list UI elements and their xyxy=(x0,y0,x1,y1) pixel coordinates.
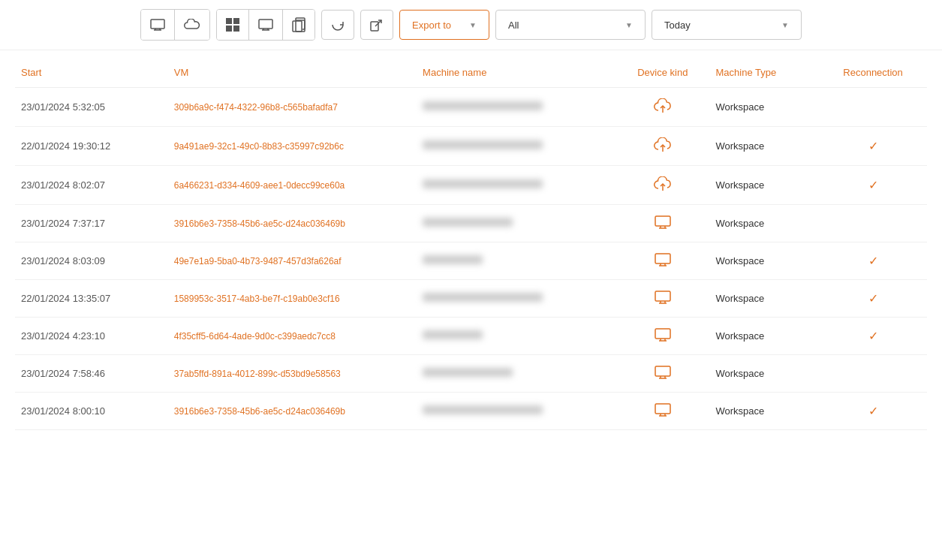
svg-rect-8 xyxy=(259,20,272,29)
cell-machine-type: Workspace xyxy=(709,280,819,318)
table-header-row: Start VM Machine name Device kind Machin… xyxy=(15,58,927,88)
cell-vm: 9a491ae9-32c1-49c0-8b83-c35997c92b6c xyxy=(168,127,417,166)
svg-rect-7 xyxy=(233,26,239,32)
check-icon: ✓ xyxy=(868,405,878,417)
cell-vm: 4f35cff5-6d64-4ade-9d0c-c399aedc7cc8 xyxy=(168,318,417,355)
cell-vm: 309b6a9c-f474-4322-96b8-c565bafadfa7 xyxy=(168,88,417,127)
svg-rect-23 xyxy=(655,254,670,263)
copy-btn[interactable] xyxy=(283,10,315,40)
cell-device-kind xyxy=(615,88,709,127)
svg-rect-27 xyxy=(655,291,670,301)
check-icon: ✓ xyxy=(868,179,878,191)
col-reconnection: Reconnection xyxy=(819,58,927,88)
cell-machine-name xyxy=(417,127,615,166)
col-machine-type: Machine Type xyxy=(709,58,819,88)
svg-rect-13 xyxy=(293,21,302,32)
col-vm: VM xyxy=(168,58,417,88)
cell-start: 23/01/2024 5:32:05 xyxy=(15,88,168,127)
share-btn[interactable] xyxy=(360,10,393,40)
svg-rect-5 xyxy=(233,18,239,24)
export-label: Export to xyxy=(412,20,451,31)
table-row: 23/01/2024 8:03:0949e7e1a9-5ba0-4b73-948… xyxy=(15,242,927,280)
cell-machine-name xyxy=(417,205,615,242)
cell-reconnection: ✓ xyxy=(819,242,927,280)
windows-btn[interactable] xyxy=(217,10,249,40)
cell-reconnection: ✓ xyxy=(819,127,927,166)
cell-machine-name xyxy=(417,318,615,355)
cloud-view-btn[interactable] xyxy=(175,10,209,40)
cell-start: 23/01/2024 8:02:07 xyxy=(15,166,168,205)
data-table-container: Start VM Machine name Device kind Machin… xyxy=(0,50,942,430)
cell-machine-type: Workspace xyxy=(709,205,819,242)
cell-vm: 1589953c-3517-4ab3-be7f-c19ab0e3cf16 xyxy=(168,280,417,318)
cell-device-kind xyxy=(615,318,709,355)
cell-start: 23/01/2024 8:00:10 xyxy=(15,393,168,430)
cell-machine-name xyxy=(417,166,615,205)
cell-start: 22/01/2024 19:30:12 xyxy=(15,127,168,166)
svg-rect-35 xyxy=(655,366,670,376)
svg-rect-31 xyxy=(655,329,670,339)
cell-reconnection: ✓ xyxy=(819,318,927,355)
cell-reconnection xyxy=(819,205,927,242)
svg-rect-0 xyxy=(151,20,164,29)
cell-reconnection: ✓ xyxy=(819,166,927,205)
today-label: Today xyxy=(664,20,691,31)
cell-machine-type: Workspace xyxy=(709,242,819,280)
cell-machine-type: Workspace xyxy=(709,355,819,393)
check-icon: ✓ xyxy=(868,292,878,305)
svg-rect-39 xyxy=(655,404,670,414)
cell-start: 23/01/2024 7:58:46 xyxy=(15,355,168,393)
cell-reconnection: ✓ xyxy=(819,280,927,318)
cloud-upload-icon xyxy=(654,143,672,155)
check-icon: ✓ xyxy=(868,330,878,342)
monitor-icon xyxy=(655,220,671,231)
cell-device-kind xyxy=(615,393,709,430)
export-arrow-icon: ▼ xyxy=(469,21,477,29)
cell-start: 22/01/2024 13:35:07 xyxy=(15,280,168,318)
cell-vm: 3916b6e3-7358-45b6-ae5c-d24ac036469b xyxy=(168,205,417,242)
col-start: Start xyxy=(15,58,168,88)
table-row: 23/01/2024 8:00:103916b6e3-7358-45b6-ae5… xyxy=(15,393,927,430)
svg-rect-14 xyxy=(371,22,378,31)
cell-machine-type: Workspace xyxy=(709,393,819,430)
cell-reconnection xyxy=(819,88,927,127)
all-label: All xyxy=(508,20,519,31)
export-dropdown-btn[interactable]: Export to ▼ xyxy=(399,10,489,40)
cell-start: 23/01/2024 4:23:10 xyxy=(15,318,168,355)
cell-device-kind xyxy=(615,166,709,205)
svg-rect-4 xyxy=(226,18,232,24)
cell-machine-type: Workspace xyxy=(709,318,819,355)
monitor-icon xyxy=(655,370,671,381)
monitor-icon xyxy=(655,257,671,269)
cloud-upload-icon xyxy=(654,182,672,194)
refresh-btn[interactable] xyxy=(321,10,354,40)
monitor2-btn[interactable] xyxy=(249,10,283,40)
cell-machine-type: Workspace xyxy=(709,166,819,205)
table-row: 23/01/2024 4:23:104f35cff5-6d64-4ade-9d0… xyxy=(15,318,927,355)
cell-device-kind xyxy=(615,355,709,393)
cell-reconnection: ✓ xyxy=(819,393,927,430)
check-icon: ✓ xyxy=(868,254,878,267)
monitor-view-btn[interactable] xyxy=(141,10,175,40)
cell-machine-name xyxy=(417,393,615,430)
all-dropdown-btn[interactable]: All ▼ xyxy=(495,10,646,40)
cell-device-kind xyxy=(615,205,709,242)
col-device-kind: Device kind xyxy=(615,58,709,88)
sessions-table: Start VM Machine name Device kind Machin… xyxy=(15,58,927,430)
all-arrow-icon: ▼ xyxy=(625,21,633,29)
cell-device-kind xyxy=(615,127,709,166)
cell-vm: 3916b6e3-7358-45b6-ae5c-d24ac036469b xyxy=(168,393,417,430)
monitor-icon xyxy=(655,408,671,419)
cell-vm: 6a466231-d334-4609-aee1-0decc99ce60a xyxy=(168,166,417,205)
table-row: 23/01/2024 5:32:05309b6a9c-f474-4322-96b… xyxy=(15,88,927,127)
cell-machine-type: Workspace xyxy=(709,127,819,166)
cell-start: 23/01/2024 8:03:09 xyxy=(15,242,168,280)
os-toggle-group xyxy=(216,9,315,41)
toolbar: Export to ▼ All ▼ Today ▼ xyxy=(0,0,942,50)
check-icon: ✓ xyxy=(868,140,878,152)
today-dropdown-btn[interactable]: Today ▼ xyxy=(652,10,802,40)
table-row: 23/01/2024 7:58:4637ab5ffd-891a-4012-899… xyxy=(15,355,927,393)
svg-rect-6 xyxy=(226,26,232,32)
view-toggle-group xyxy=(140,9,210,41)
cell-vm: 49e7e1a9-5ba0-4b73-9487-457d3fa626af xyxy=(168,242,417,280)
